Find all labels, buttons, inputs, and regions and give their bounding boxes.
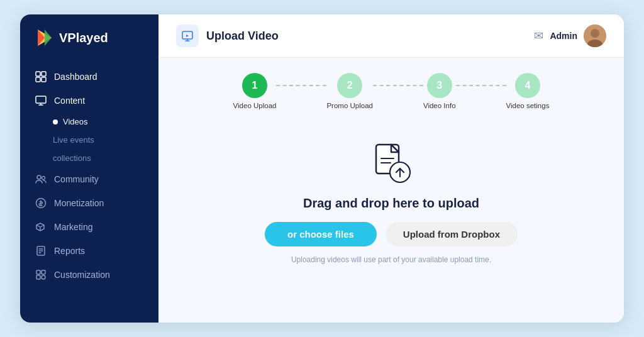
step-2: 2 Promo Upload bbox=[326, 73, 373, 109]
drop-zone[interactable]: Drag and drop here to upload or choose f… bbox=[240, 127, 542, 269]
svg-point-21 bbox=[42, 275, 45, 279]
upload-area: 1 Video Upload 2 Promo Upload 3 Video bbox=[158, 58, 624, 323]
svg-point-10 bbox=[37, 175, 41, 179]
header-right: ✉ Admin bbox=[534, 25, 606, 47]
svg-rect-5 bbox=[36, 77, 40, 82]
svg-point-26 bbox=[591, 29, 599, 38]
sidebar-item-customization[interactable]: Customization bbox=[20, 263, 158, 287]
svg-rect-3 bbox=[36, 72, 40, 76]
drop-icon bbox=[369, 140, 414, 187]
sidebar-item-customization-label: Customization bbox=[54, 270, 110, 280]
step-3-circle: 3 bbox=[427, 73, 452, 98]
sidebar-item-content-label: Content bbox=[54, 96, 85, 106]
step-3: 3 Video Info bbox=[423, 73, 456, 109]
stepper: 1 Video Upload 2 Promo Upload 3 Video bbox=[184, 73, 599, 109]
step-1-circle: 1 bbox=[242, 73, 267, 98]
svg-point-11 bbox=[42, 177, 45, 180]
sidebar-item-dashboard[interactable]: Dashboard bbox=[20, 65, 158, 89]
community-icon bbox=[35, 174, 47, 185]
upload-file-icon bbox=[369, 140, 414, 185]
sidebar-item-live-events[interactable]: Live events bbox=[53, 131, 158, 149]
logo-text: VPlayed bbox=[59, 31, 108, 45]
svg-rect-20 bbox=[36, 275, 40, 279]
sidebar-sub-nav: Videos Live events collections bbox=[20, 113, 158, 167]
reports-icon bbox=[35, 245, 47, 257]
upload-video-icon bbox=[181, 30, 194, 42]
step-1: 1 Video Upload bbox=[233, 73, 277, 109]
svg-marker-2 bbox=[45, 30, 52, 46]
sidebar: VPlayed Dashboard Conten bbox=[20, 14, 158, 323]
avatar bbox=[584, 25, 606, 47]
main-content: Upload Video ✉ Admin 1 bbox=[158, 14, 624, 323]
upload-note: Uploading videos will use part of your a… bbox=[291, 255, 491, 264]
button-row: or choose files Upload from Dropbox bbox=[265, 222, 518, 246]
svg-rect-7 bbox=[36, 96, 46, 103]
step-4-label: Video setings bbox=[506, 102, 550, 109]
grid-icon bbox=[35, 71, 47, 82]
svg-rect-18 bbox=[36, 270, 40, 274]
sidebar-item-marketing[interactable]: Marketing bbox=[20, 215, 158, 239]
sidebar-item-collections[interactable]: collections bbox=[53, 149, 158, 167]
sidebar-item-marketing-label: Marketing bbox=[54, 222, 92, 232]
step-1-label: Video Upload bbox=[233, 102, 277, 109]
step-3-label: Video Info bbox=[423, 102, 456, 109]
main-header: Upload Video ✉ Admin bbox=[158, 14, 624, 58]
sidebar-item-dashboard-label: Dashboard bbox=[54, 72, 97, 82]
choose-files-button[interactable]: or choose files bbox=[265, 222, 377, 246]
sidebar-item-videos[interactable]: Videos bbox=[53, 113, 158, 131]
sidebar-item-monetization[interactable]: Monetization bbox=[20, 191, 158, 215]
app-container: VPlayed Dashboard Conten bbox=[20, 14, 624, 323]
admin-label: Admin bbox=[550, 31, 577, 41]
svg-rect-6 bbox=[42, 77, 46, 82]
step-2-label: Promo Upload bbox=[326, 102, 373, 109]
sidebar-nav: Dashboard Content Videos Live events bbox=[20, 60, 158, 323]
dropbox-button[interactable]: Upload from Dropbox bbox=[386, 222, 518, 246]
sidebar-item-reports[interactable]: Reports bbox=[20, 239, 158, 263]
mail-icon: ✉ bbox=[534, 29, 543, 43]
page-title: Upload Video bbox=[206, 30, 279, 43]
bullet-icon bbox=[53, 119, 58, 124]
header-left: Upload Video bbox=[176, 25, 279, 47]
sidebar-item-collections-label: collections bbox=[53, 153, 91, 163]
sidebar-item-live-events-label: Live events bbox=[53, 135, 94, 145]
marketing-icon bbox=[35, 221, 47, 233]
step-connector-2 bbox=[373, 85, 423, 86]
sidebar-item-community-label: Community bbox=[54, 174, 99, 184]
avatar-image bbox=[584, 25, 606, 47]
step-4-circle: 4 bbox=[515, 73, 540, 98]
sidebar-item-monetization-label: Monetization bbox=[54, 198, 104, 208]
header-icon-box bbox=[176, 25, 199, 47]
sidebar-item-community[interactable]: Community bbox=[20, 167, 158, 191]
step-4: 4 Video setings bbox=[506, 73, 550, 109]
sidebar-item-content[interactable]: Content bbox=[20, 89, 158, 113]
sidebar-item-reports-label: Reports bbox=[54, 246, 85, 256]
monetization-icon bbox=[35, 197, 47, 209]
sidebar-item-videos-label: Videos bbox=[63, 117, 88, 126]
svg-rect-19 bbox=[42, 270, 45, 274]
step-connector-1 bbox=[276, 85, 326, 86]
drag-drop-text: Drag and drop here to upload bbox=[303, 196, 479, 211]
customization-icon bbox=[35, 269, 47, 280]
step-2-circle: 2 bbox=[337, 73, 362, 98]
monitor-icon bbox=[35, 95, 47, 106]
svg-rect-4 bbox=[42, 72, 46, 76]
logo: VPlayed bbox=[20, 14, 158, 60]
step-connector-3 bbox=[456, 85, 506, 86]
vplayed-logo-icon bbox=[35, 28, 54, 47]
